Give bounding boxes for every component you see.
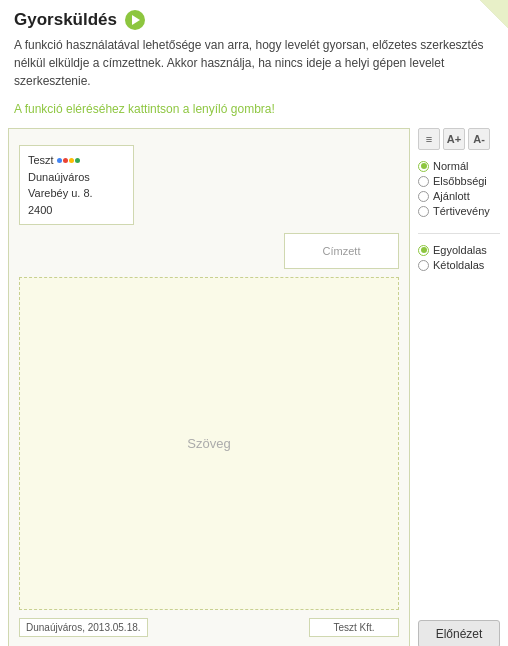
side-radio-1 (418, 260, 429, 271)
letter-inner: Teszt Dunaújváros Varebéy u. 8. 2400 (19, 145, 399, 637)
priority-radio-3 (418, 206, 429, 217)
side-radio-0 (418, 245, 429, 256)
header: Gyorsküldés (0, 0, 508, 36)
description-text: A funkció használatával lehetősége van a… (0, 36, 508, 98)
letter-preview: Teszt Dunaújváros Varebéy u. 8. 2400 (8, 128, 410, 646)
sender-box: Teszt Dunaújváros Varebéy u. 8. 2400 (19, 145, 134, 225)
priority-radio-2 (418, 191, 429, 202)
date-box: Dunaújváros, 2013.05.18. (19, 618, 148, 637)
priority-radio-0 (418, 161, 429, 172)
signature-box: Teszt Kft. (309, 618, 399, 637)
priority-radio-group: NormálElsőbbségiAjánlottTértivevény (418, 160, 500, 217)
font-up-button[interactable]: A+ (443, 128, 465, 150)
priority-radio-1 (418, 176, 429, 187)
priority-label-0: Normál (433, 160, 468, 172)
side-label-1: Kétoldalas (433, 259, 484, 271)
footer-row: Dunaújváros, 2013.05.18. Teszt Kft. (19, 618, 399, 637)
sender-city: Dunaújváros (28, 169, 125, 186)
side-option-1[interactable]: Kétoldalas (418, 259, 500, 271)
priority-option-2[interactable]: Ajánlott (418, 190, 500, 202)
play-button[interactable] (125, 10, 145, 30)
toolbar-row: ≡ A+ A- (418, 128, 500, 150)
divider (418, 233, 500, 234)
priority-option-0[interactable]: Normál (418, 160, 500, 172)
sender-name: Teszt (28, 152, 54, 169)
sender-zip: 2400 (28, 202, 125, 219)
corner-fold (480, 0, 508, 28)
font-down-icon: A- (473, 133, 485, 145)
font-down-button[interactable]: A- (468, 128, 490, 150)
side-radio-group: EgyoldalasKétoldalas (418, 244, 500, 271)
text-area-box[interactable]: Szöveg (19, 277, 399, 610)
recipient-row: Címzett (19, 233, 399, 269)
priority-option-3[interactable]: Tértivevény (418, 205, 500, 217)
side-label-0: Egyoldalas (433, 244, 487, 256)
side-option-0[interactable]: Egyoldalas (418, 244, 500, 256)
text-placeholder: Szöveg (187, 436, 230, 451)
action-link[interactable]: A funkció eléréséhez kattintson a lenyíl… (0, 98, 508, 124)
priority-option-1[interactable]: Elsőbbségi (418, 175, 500, 187)
preview-button[interactable]: Előnézet (418, 620, 500, 646)
priority-label-1: Elsőbbségi (433, 175, 487, 187)
right-panel: ≡ A+ A- NormálElsőbbségiAjánlottTértivev… (418, 128, 500, 646)
sender-street: Varebéy u. 8. (28, 185, 125, 202)
preview-button-container: Előnézet (418, 620, 500, 646)
font-up-icon: A+ (447, 133, 461, 145)
content-area: Teszt Dunaújváros Varebéy u. 8. 2400 (0, 124, 508, 646)
priority-label-3: Tértivevény (433, 205, 490, 217)
sender-name-row: Teszt (28, 152, 125, 169)
list-icon-button[interactable]: ≡ (418, 128, 440, 150)
page-title: Gyorsküldés (14, 10, 117, 30)
priority-label-2: Ajánlott (433, 190, 470, 202)
google-icon (57, 158, 80, 163)
recipient-box: Címzett (284, 233, 399, 269)
list-icon: ≡ (426, 133, 432, 145)
recipient-placeholder: Címzett (323, 245, 361, 257)
main-container: Gyorsküldés A funkció használatával lehe… (0, 0, 508, 646)
